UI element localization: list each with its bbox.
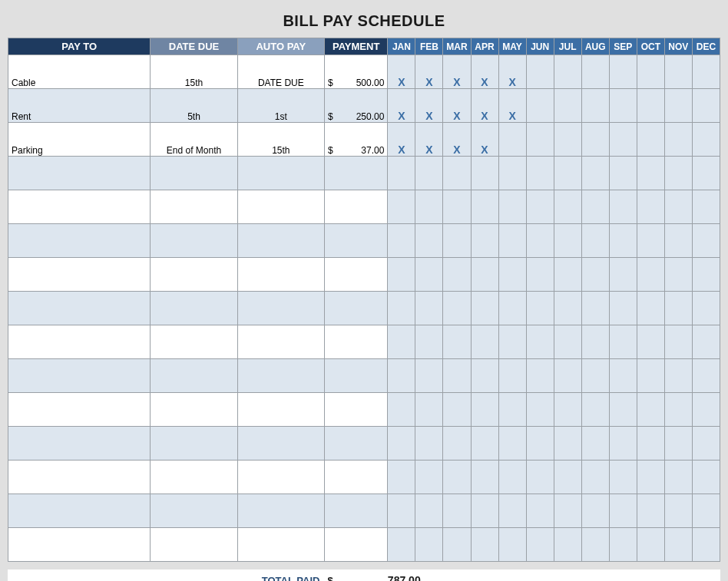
cell-autopay[interactable] — [237, 359, 324, 393]
cell-month[interactable] — [415, 258, 443, 292]
cell-month[interactable] — [637, 190, 664, 224]
cell-datedue[interactable] — [151, 325, 237, 359]
cell-autopay[interactable] — [237, 258, 324, 292]
cell-month[interactable] — [637, 325, 664, 359]
cell-month[interactable] — [581, 55, 609, 89]
cell-month[interactable] — [637, 393, 664, 427]
cell-month[interactable] — [664, 157, 692, 190]
cell-datedue[interactable] — [151, 461, 237, 494]
cell-month[interactable] — [471, 359, 498, 393]
cell-payment[interactable] — [324, 461, 387, 494]
cell-autopay[interactable] — [237, 494, 324, 528]
cell-month[interactable] — [443, 461, 471, 494]
cell-month[interactable] — [664, 55, 692, 89]
cell-month[interactable] — [609, 325, 637, 359]
cell-datedue[interactable] — [151, 292, 237, 325]
cell-month[interactable] — [526, 89, 554, 123]
cell-month[interactable] — [526, 190, 554, 224]
cell-month[interactable]: X — [388, 89, 415, 123]
cell-month[interactable] — [637, 224, 664, 258]
cell-month[interactable] — [443, 292, 471, 325]
cell-payto[interactable] — [8, 292, 151, 325]
cell-month[interactable] — [581, 224, 609, 258]
cell-month[interactable] — [581, 393, 609, 427]
cell-autopay[interactable]: DATE DUE — [237, 55, 324, 89]
cell-payment[interactable] — [324, 494, 387, 528]
cell-month[interactable] — [692, 258, 720, 292]
cell-month[interactable] — [554, 393, 581, 427]
cell-month[interactable] — [443, 325, 471, 359]
cell-month[interactable] — [581, 461, 609, 494]
cell-month[interactable] — [498, 224, 526, 258]
cell-autopay[interactable] — [237, 292, 324, 325]
cell-month[interactable]: X — [415, 123, 443, 157]
cell-month[interactable] — [471, 292, 498, 325]
cell-month[interactable] — [443, 224, 471, 258]
cell-datedue[interactable] — [151, 494, 237, 528]
cell-month[interactable] — [581, 359, 609, 393]
cell-payment[interactable]: $250.00 — [324, 89, 387, 123]
cell-month[interactable]: X — [498, 89, 526, 123]
cell-month[interactable] — [526, 55, 554, 89]
cell-payto[interactable] — [8, 157, 151, 190]
cell-month[interactable] — [692, 427, 720, 461]
cell-month[interactable] — [692, 393, 720, 427]
cell-month[interactable] — [664, 224, 692, 258]
cell-month[interactable]: X — [443, 55, 471, 89]
cell-datedue[interactable]: 5th — [151, 89, 237, 123]
cell-month[interactable]: X — [471, 89, 498, 123]
cell-month[interactable] — [471, 461, 498, 494]
cell-month[interactable] — [443, 427, 471, 461]
cell-month[interactable]: X — [415, 89, 443, 123]
cell-month[interactable] — [471, 393, 498, 427]
cell-month[interactable] — [554, 528, 581, 562]
cell-month[interactable]: X — [443, 89, 471, 123]
cell-month[interactable] — [692, 89, 720, 123]
cell-month[interactable] — [637, 494, 664, 528]
cell-month[interactable] — [554, 157, 581, 190]
cell-datedue[interactable] — [151, 528, 237, 562]
cell-payto[interactable]: Cable — [8, 55, 151, 89]
cell-month[interactable] — [388, 190, 415, 224]
cell-payto[interactable] — [8, 190, 151, 224]
cell-payto[interactable] — [8, 427, 151, 461]
cell-month[interactable] — [609, 157, 637, 190]
cell-month[interactable] — [443, 528, 471, 562]
cell-month[interactable] — [664, 89, 692, 123]
cell-month[interactable] — [609, 224, 637, 258]
cell-month[interactable] — [415, 528, 443, 562]
cell-datedue[interactable]: 15th — [151, 55, 237, 89]
cell-autopay[interactable] — [237, 427, 324, 461]
cell-month[interactable] — [554, 258, 581, 292]
cell-month[interactable] — [692, 461, 720, 494]
cell-month[interactable]: X — [415, 55, 443, 89]
cell-month[interactable] — [664, 427, 692, 461]
cell-month[interactable] — [443, 157, 471, 190]
cell-month[interactable] — [637, 528, 664, 562]
cell-datedue[interactable] — [151, 258, 237, 292]
cell-payto[interactable]: Rent — [8, 89, 151, 123]
cell-month[interactable] — [415, 224, 443, 258]
cell-month[interactable]: X — [498, 55, 526, 89]
cell-month[interactable] — [388, 359, 415, 393]
cell-month[interactable] — [664, 528, 692, 562]
cell-month[interactable] — [609, 461, 637, 494]
cell-month[interactable] — [609, 123, 637, 157]
cell-month[interactable] — [609, 258, 637, 292]
cell-month[interactable] — [692, 325, 720, 359]
cell-month[interactable] — [526, 528, 554, 562]
cell-month[interactable] — [692, 528, 720, 562]
cell-month[interactable] — [664, 325, 692, 359]
cell-month[interactable] — [471, 494, 498, 528]
cell-month[interactable] — [471, 190, 498, 224]
cell-payment[interactable] — [324, 190, 387, 224]
cell-month[interactable] — [637, 359, 664, 393]
cell-month[interactable] — [498, 123, 526, 157]
cell-payto[interactable]: Parking — [8, 123, 151, 157]
cell-month[interactable] — [664, 123, 692, 157]
cell-month[interactable] — [443, 393, 471, 427]
cell-payment[interactable] — [324, 292, 387, 325]
cell-month[interactable] — [526, 393, 554, 427]
cell-month[interactable] — [664, 461, 692, 494]
cell-month[interactable] — [609, 292, 637, 325]
